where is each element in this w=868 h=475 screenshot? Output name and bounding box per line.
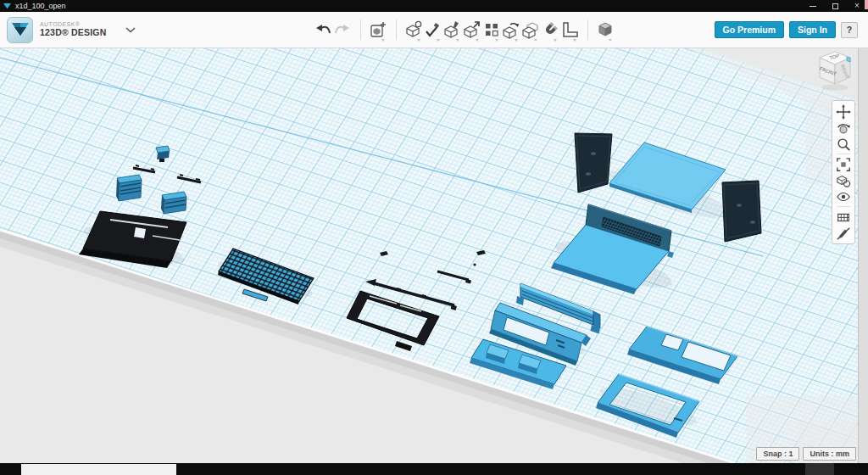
nav-separator (837, 154, 850, 154)
redo-button[interactable] (333, 17, 353, 42)
minimize-icon (810, 6, 816, 7)
insert-part-button[interactable] (369, 17, 388, 42)
measure-button[interactable] (560, 17, 580, 42)
dropdown-caret (534, 39, 537, 42)
taskbar (0, 463, 868, 475)
maximize-button[interactable] (824, 0, 846, 12)
grid-settings-button[interactable] (834, 209, 853, 225)
primitives-button[interactable] (404, 17, 424, 42)
material-button[interactable] (596, 17, 615, 42)
help-button[interactable]: ? (841, 22, 858, 38)
viewcube-shadow (821, 85, 849, 91)
pattern-button[interactable] (482, 17, 502, 42)
taskbar-item-dark[interactable] (805, 463, 834, 475)
construct-button[interactable] (443, 17, 463, 42)
part-side-panel-right[interactable] (722, 181, 761, 242)
close-icon: × (854, 2, 860, 10)
tool-group (314, 17, 615, 42)
units-setting[interactable]: Units : mm (803, 447, 856, 461)
hide-sketches-button[interactable] (834, 225, 853, 241)
modify-button[interactable] (463, 17, 482, 42)
app-logo-icon (7, 17, 33, 43)
app-icon (3, 3, 11, 10)
part-drive-bezel-left[interactable] (116, 175, 142, 201)
pan-button[interactable] (834, 103, 853, 120)
model-viewport[interactable]: TOP FRONT RIGHT Snap (0, 48, 868, 463)
viewcube[interactable]: TOP FRONT RIGHT (812, 48, 860, 96)
sign-in-button[interactable]: Sign In (789, 21, 836, 38)
taskbar-item-light[interactable] (21, 464, 176, 475)
dropdown-caret (456, 39, 459, 42)
visibility-button[interactable] (834, 188, 853, 204)
part-screw[interactable] (473, 263, 476, 265)
dropdown-caret (573, 39, 576, 42)
main-toolbar: AUTODESK® 123D® DESIGN (0, 12, 868, 48)
sketch-button[interactable] (424, 17, 443, 42)
maximize-icon (832, 3, 838, 9)
grouping-button[interactable] (502, 17, 521, 42)
dropdown-caret (417, 39, 420, 42)
minimize-button[interactable] (802, 0, 824, 12)
part-drive-bezel-right[interactable] (161, 192, 186, 214)
scene-svg[interactable] (0, 48, 868, 463)
main-menu-caret[interactable] (125, 27, 136, 33)
window-titlebar: x1d_100_open × (0, 0, 868, 12)
dropdown-caret (381, 39, 385, 42)
window-scrollbar[interactable] (858, 48, 868, 463)
toolbar-separator (587, 20, 588, 40)
dropdown-caret (437, 39, 440, 42)
dropdown-caret (495, 39, 498, 42)
view-mode-button[interactable] (834, 172, 853, 188)
undo-button[interactable] (314, 17, 333, 42)
combine-button[interactable] (521, 17, 541, 42)
dropdown-caret (476, 39, 479, 42)
zoom-button[interactable] (834, 136, 853, 152)
window-edge-accent (865, 0, 868, 9)
navigation-toolbar (832, 100, 855, 244)
viewcube-home-corner[interactable] (847, 57, 850, 62)
toolbar-separator (396, 20, 397, 40)
nav-separator (837, 206, 850, 207)
snap-setting[interactable]: Snap : 1 (756, 447, 799, 461)
toolbar-separator (360, 20, 361, 40)
window-title: x1d_100_open (15, 0, 66, 12)
app-brand: AUTODESK® 123D® DESIGN (0, 17, 136, 43)
dropdown-caret (515, 39, 518, 42)
go-premium-button[interactable]: Go Premium (715, 21, 784, 38)
brand-line2: 123D® DESIGN (40, 28, 107, 38)
part-side-panel-left[interactable] (575, 133, 612, 193)
dropdown-caret (554, 39, 557, 42)
orbit-button[interactable] (834, 120, 853, 136)
dropdown-caret (609, 39, 612, 42)
fit-view-button[interactable] (834, 156, 853, 172)
snap-button[interactable] (541, 17, 560, 42)
